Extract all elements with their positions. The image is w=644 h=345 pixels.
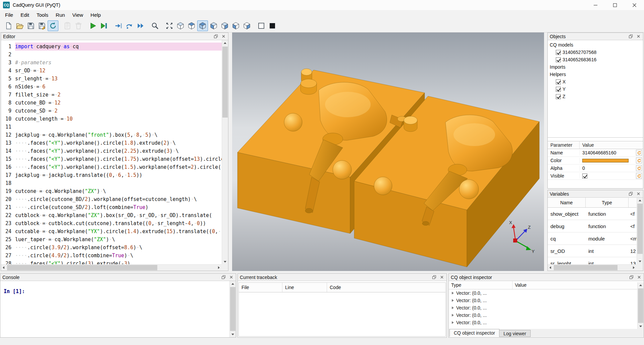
code-line[interactable]: 22cutblock·=·cq.Workplane("ZX").box(sr_O… bbox=[1, 211, 222, 219]
traceback-col-line[interactable]: Line bbox=[282, 283, 327, 292]
view-back-button[interactable] bbox=[219, 20, 230, 31]
inspector-vscrollbar[interactable] bbox=[637, 282, 644, 329]
inspector-col-type[interactable]: Type bbox=[449, 281, 513, 289]
view-iso-button[interactable] bbox=[175, 20, 186, 31]
debug-button[interactable] bbox=[99, 20, 109, 31]
scrollbar-thumb[interactable] bbox=[222, 47, 228, 118]
code-line[interactable]: 18 bbox=[1, 179, 222, 187]
menu-file[interactable]: File bbox=[1, 10, 17, 19]
visibility-checkbox[interactable] bbox=[556, 57, 561, 62]
scroll-left-arrow[interactable] bbox=[1, 265, 7, 271]
visibility-checkbox[interactable] bbox=[556, 50, 561, 55]
variables-vscrollbar[interactable] bbox=[637, 198, 643, 264]
prop-value[interactable] bbox=[580, 159, 635, 162]
code-line[interactable]: 9cutcone_SD·=·2 bbox=[1, 107, 222, 115]
dock-float-button[interactable] bbox=[213, 34, 218, 39]
inspector-row[interactable]: Vector: (0.0, ... bbox=[449, 297, 644, 304]
variables-col-type[interactable]: Type bbox=[586, 198, 629, 208]
traceback-panel-header[interactable]: Current traceback bbox=[238, 274, 446, 281]
visible-checkbox[interactable] bbox=[582, 174, 587, 179]
prop-value[interactable]: 0 bbox=[580, 165, 635, 171]
inspector-row[interactable]: Vector: (0.0, ... bbox=[449, 289, 644, 297]
view-bottom-button[interactable] bbox=[197, 20, 208, 31]
code-line[interactable]: 1import·cadquery·as·cq bbox=[1, 43, 222, 51]
tree-item-helpers[interactable]: Helpers bbox=[548, 71, 643, 78]
prop-col-value[interactable]: Value bbox=[580, 141, 643, 149]
code-line[interactable]: 24cutcable·=·cq.Workplane("YX").circle(1… bbox=[1, 227, 222, 235]
tree-item-x[interactable]: X bbox=[548, 78, 643, 85]
scrollbar-thumb[interactable] bbox=[7, 265, 157, 270]
console-panel-header[interactable]: Console bbox=[0, 274, 236, 281]
dock-float-button[interactable] bbox=[431, 275, 437, 280]
inspector-col-value[interactable]: Value bbox=[513, 281, 644, 289]
continue-button[interactable] bbox=[135, 20, 146, 31]
scroll-up-arrow[interactable] bbox=[637, 198, 643, 203]
code-line[interactable]: 4sr_OD·=·12 bbox=[1, 67, 222, 75]
visibility-checkbox[interactable] bbox=[556, 79, 561, 84]
variable-row-cq[interactable]: cqmodule<m bbox=[548, 232, 637, 245]
save-button[interactable] bbox=[25, 20, 36, 31]
view-right-button[interactable] bbox=[241, 20, 252, 31]
expand-chevron-icon[interactable] bbox=[452, 321, 454, 324]
view-top-button[interactable] bbox=[186, 20, 197, 31]
variable-row-sr-od[interactable]: sr_ODint12 bbox=[548, 245, 637, 257]
tree-item-3140652707568[interactable]: 3140652707568 bbox=[548, 49, 643, 56]
scroll-right-arrow[interactable] bbox=[216, 265, 222, 271]
expand-chevron-icon[interactable] bbox=[452, 314, 454, 317]
code-area[interactable]: 1import·cadquery·as·cq23#·parameters4sr_… bbox=[1, 40, 222, 264]
reset-value-button[interactable] bbox=[636, 173, 642, 179]
code-line[interactable]: 17jackplug·=·jackplug.translate((0,·6,·1… bbox=[1, 171, 222, 179]
wireframe-button[interactable] bbox=[256, 20, 267, 31]
reset-value-button[interactable] bbox=[636, 150, 642, 156]
scrollbar-thumb[interactable] bbox=[637, 204, 643, 254]
code-line[interactable]: 8cutcone_BD·=·12 bbox=[1, 99, 222, 107]
code-line[interactable]: 3#·parameters bbox=[1, 59, 222, 67]
dock-close-button[interactable] bbox=[221, 34, 226, 39]
console-input-area[interactable]: In [1]: bbox=[0, 281, 229, 337]
variables-panel-header[interactable]: Variables bbox=[548, 190, 643, 198]
objects-panel-header[interactable]: Objects bbox=[548, 33, 643, 40]
code-line[interactable]: 10cutcone_length·=·10 bbox=[1, 115, 222, 123]
code-line[interactable]: 6nSides·=·6 bbox=[1, 83, 222, 91]
inspector-row[interactable]: Vector: (0.0, ... bbox=[449, 312, 644, 319]
inspector-row[interactable]: Vector: (0.0, ... bbox=[449, 304, 644, 312]
inspector-panel-header[interactable]: CQ object inspector bbox=[449, 274, 644, 281]
variables-hscrollbar[interactable] bbox=[548, 264, 637, 271]
paste-button[interactable] bbox=[62, 20, 73, 31]
minimize-button[interactable] bbox=[586, 0, 605, 10]
shaded-button[interactable] bbox=[267, 20, 278, 31]
tree-item-imports[interactable]: Imports bbox=[548, 63, 643, 71]
viewport-3d[interactable]: X Z Y bbox=[232, 32, 544, 271]
view-left-button[interactable] bbox=[230, 20, 241, 31]
scrollbar-thumb[interactable] bbox=[638, 288, 643, 323]
scroll-up-arrow[interactable] bbox=[230, 281, 236, 287]
tab-log-viewer[interactable]: Log viewer bbox=[499, 330, 531, 337]
scrollbar-thumb[interactable] bbox=[554, 265, 618, 270]
variable-row-sr-lenght[interactable]: sr_lenghtint13 bbox=[548, 257, 637, 264]
code-line[interactable]: 13····.faces("<Y").workplane().circle(1.… bbox=[1, 139, 222, 147]
variables-col-name[interactable]: Name bbox=[548, 198, 586, 208]
fit-all-button[interactable] bbox=[164, 20, 175, 31]
scroll-down-arrow[interactable] bbox=[638, 324, 644, 329]
visibility-checkbox[interactable] bbox=[556, 87, 561, 92]
code-line[interactable]: 7fillet_size·=·2 bbox=[1, 91, 222, 99]
dock-float-button[interactable] bbox=[629, 275, 634, 280]
delete-button[interactable] bbox=[73, 20, 84, 31]
menu-edit[interactable]: Edit bbox=[17, 10, 33, 19]
reset-value-button[interactable] bbox=[636, 157, 642, 163]
zoom-button[interactable] bbox=[150, 20, 160, 31]
console-vscrollbar[interactable] bbox=[229, 281, 236, 337]
code-line[interactable]: 5sr_lenght·=·13 bbox=[1, 75, 222, 83]
dock-close-button[interactable] bbox=[228, 275, 234, 280]
code-line[interactable]: 21····.circle(cutcone_SD/2).loft(combine… bbox=[1, 203, 222, 211]
dock-close-button[interactable] bbox=[636, 275, 642, 280]
code-line[interactable]: 15····.faces("<Y").workplane().circle(1.… bbox=[1, 155, 222, 163]
scroll-left-arrow[interactable] bbox=[548, 265, 553, 271]
code-line[interactable]: 14····.faces("<Y").workplane().circle(2.… bbox=[1, 147, 222, 155]
code-line[interactable]: 28····.faces("<Y").circle(3).extrude(-3) bbox=[1, 260, 222, 264]
scroll-down-arrow[interactable] bbox=[637, 259, 643, 264]
editor-hscrollbar[interactable] bbox=[1, 264, 222, 271]
dock-close-button[interactable] bbox=[636, 191, 641, 197]
view-front-button[interactable] bbox=[208, 20, 219, 31]
tree-item-cq-models[interactable]: CQ models bbox=[548, 41, 643, 49]
